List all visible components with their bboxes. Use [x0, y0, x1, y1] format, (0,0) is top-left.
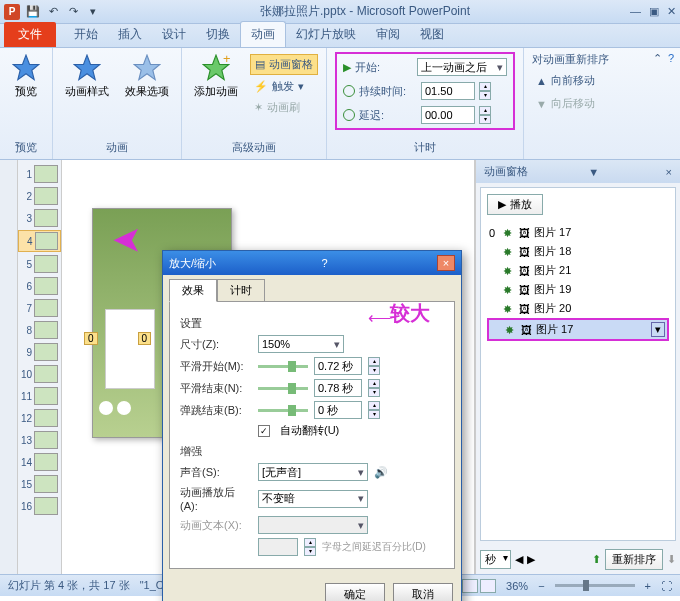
redo-icon[interactable]: ↷	[66, 5, 80, 19]
tab-review[interactable]: 审阅	[366, 22, 410, 47]
thumbnail[interactable]: 5	[18, 254, 61, 274]
tab-timing[interactable]: 计时	[217, 279, 265, 302]
svg-marker-0	[13, 55, 39, 79]
photo-object[interactable]	[105, 309, 155, 389]
thumbnail[interactable]: 14	[18, 452, 61, 472]
tab-view[interactable]: 视图	[410, 22, 454, 47]
anim-item[interactable]: ✸🖼图片 20	[487, 299, 669, 318]
marker[interactable]: 0	[84, 332, 98, 345]
zoom-in-icon[interactable]: ▶	[527, 553, 535, 566]
ok-button[interactable]: 确定	[325, 583, 385, 601]
delay-spinner[interactable]: ▴▾	[479, 106, 491, 124]
bolt-icon: ⚡	[254, 80, 268, 93]
zoom-slider[interactable]	[555, 584, 635, 587]
duration-field[interactable]: 01.50	[421, 82, 475, 100]
delay-field[interactable]: 00.00	[421, 106, 475, 124]
tab-design[interactable]: 设计	[152, 22, 196, 47]
file-tab[interactable]: 文件	[4, 22, 56, 47]
trigger-button[interactable]: ⚡触发 ▾	[250, 77, 318, 96]
undo-icon[interactable]: ↶	[46, 5, 60, 19]
seconds-select[interactable]: 秒	[480, 550, 511, 569]
start-dropdown[interactable]: 上一动画之后	[417, 58, 507, 76]
slideshow-view-icon[interactable]	[480, 579, 496, 593]
zoom-out-icon[interactable]: ◀	[515, 553, 523, 566]
smooth-end-slider[interactable]	[258, 387, 308, 390]
size-dropdown[interactable]: 150%	[258, 335, 344, 353]
thumbnail[interactable]: 15	[18, 474, 61, 494]
tab-effect[interactable]: 效果	[169, 279, 217, 302]
anim-item[interactable]: ✸🖼图片 18	[487, 242, 669, 261]
reading-view-icon[interactable]	[462, 579, 478, 593]
thumbnail[interactable]: 4	[18, 230, 61, 252]
after-dropdown[interactable]: 不变暗	[258, 490, 368, 508]
minimize-icon[interactable]: —	[630, 5, 641, 18]
pane-close-icon[interactable]: ×	[666, 166, 672, 178]
thumbnail[interactable]: 16	[18, 496, 61, 516]
tab-transition[interactable]: 切换	[196, 22, 240, 47]
smooth-start-label: 平滑开始(M):	[180, 359, 252, 374]
thumbnail[interactable]: 2	[18, 186, 61, 206]
anim-painter-button[interactable]: ✶动画刷	[250, 98, 318, 117]
speaker-icon[interactable]: 🔊	[374, 466, 388, 479]
add-anim-button[interactable]: + 添加动画	[190, 52, 242, 101]
thumbnail[interactable]: 11	[18, 386, 61, 406]
bounce-slider[interactable]: .slider:nth-of-type(3):before{left:0}	[258, 409, 308, 412]
spinner[interactable]: ▴▾	[368, 379, 380, 397]
spinner[interactable]: ▴▾	[368, 357, 380, 375]
move-up-icon[interactable]: ⬆	[592, 553, 601, 566]
group-label: 高级动画	[190, 138, 318, 157]
bounce-field[interactable]: 0 秒	[314, 401, 362, 419]
spinner[interactable]: ▴▾	[368, 401, 380, 419]
restore-icon[interactable]: ▣	[649, 5, 659, 18]
dialog-titlebar[interactable]: 放大/缩小 ? ×	[163, 251, 461, 275]
play-button[interactable]: ▶播放	[487, 194, 543, 215]
slide-thumbnails[interactable]: 12345678910111213141516	[18, 160, 62, 574]
marker[interactable]: 0	[138, 332, 152, 345]
preview-button[interactable]: 预览	[8, 52, 44, 101]
tab-home[interactable]: 开始	[64, 22, 108, 47]
smooth-start-slider[interactable]	[258, 365, 308, 368]
move-forward-button[interactable]: ▲向前移动	[532, 71, 609, 90]
qat-more-icon[interactable]: ▾	[86, 5, 100, 19]
smooth-end-field[interactable]: 0.78 秒	[314, 379, 362, 397]
thumbnail[interactable]: 6	[18, 276, 61, 296]
anim-item[interactable]: ✸🖼图片 19	[487, 280, 669, 299]
thumbnail[interactable]: 10	[18, 364, 61, 384]
smooth-start-field[interactable]: 0.72 秒	[314, 357, 362, 375]
anim-item[interactable]: 0✸🖼图片 17	[487, 223, 669, 242]
autorev-checkbox[interactable]: ✓	[258, 425, 270, 437]
save-icon[interactable]: 💾	[26, 5, 40, 19]
cancel-button[interactable]: 取消	[393, 583, 453, 601]
help-icon[interactable]: ?	[668, 52, 674, 65]
anim-style-button[interactable]: 动画样式	[61, 52, 113, 101]
reorder-button[interactable]: 重新排序	[605, 549, 663, 570]
fit-icon[interactable]: ⛶	[661, 580, 672, 592]
sound-dropdown[interactable]: [无声音]	[258, 463, 368, 481]
anim-pane-button[interactable]: ▤动画窗格	[250, 54, 318, 75]
zoom-level[interactable]: 36%	[506, 580, 528, 592]
thumbnail[interactable]: 7	[18, 298, 61, 318]
anim-item[interactable]: ✸🖼图片 17▾	[487, 318, 669, 341]
text-note: 字母之间延迟百分比(D)	[322, 540, 426, 554]
ribbon-minimize-icon[interactable]: ⌃	[653, 52, 662, 65]
tab-animation[interactable]: 动画	[240, 21, 286, 47]
thumbnail[interactable]: 8	[18, 320, 61, 340]
thumbnail[interactable]: 9	[18, 342, 61, 362]
anim-style-label: 动画样式	[65, 84, 109, 99]
thumbnail[interactable]: 13	[18, 430, 61, 450]
close-icon[interactable]: ✕	[667, 5, 676, 18]
thumbnail[interactable]: 12	[18, 408, 61, 428]
thumbnail[interactable]: 3	[18, 208, 61, 228]
anim-item[interactable]: ✸🖼图片 21	[487, 261, 669, 280]
dialog-close-icon[interactable]: ×	[437, 255, 455, 271]
zoom-in-icon[interactable]: +	[645, 580, 651, 592]
tab-slideshow[interactable]: 幻灯片放映	[286, 22, 366, 47]
pane-dropdown-icon[interactable]: ▼	[588, 166, 599, 178]
zoom-out-icon[interactable]: −	[538, 580, 544, 592]
effect-options-button[interactable]: 效果选项	[121, 52, 173, 101]
tab-insert[interactable]: 插入	[108, 22, 152, 47]
move-down-icon[interactable]: ⬇	[667, 553, 676, 566]
thumbnail[interactable]: 1	[18, 164, 61, 184]
duration-spinner[interactable]: ▴▾	[479, 82, 491, 100]
dialog-help-icon[interactable]: ?	[321, 257, 327, 269]
